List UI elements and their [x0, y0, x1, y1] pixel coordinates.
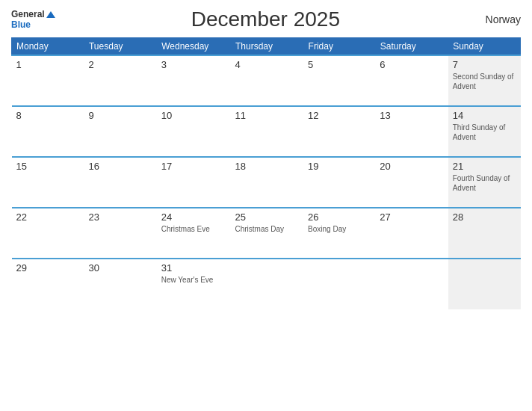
- day-number: 31: [161, 262, 226, 274]
- day-cell: 17: [157, 157, 231, 208]
- month-title: December 2025: [55, 7, 476, 31]
- header-friday: Friday: [303, 38, 375, 56]
- day-event: Boxing Day: [308, 224, 371, 234]
- week-row-1: 1234567Second Sunday of Advent: [12, 55, 521, 106]
- day-cell: 1: [12, 55, 84, 106]
- day-number: 3: [161, 59, 226, 70]
- day-number: 10: [161, 110, 226, 121]
- day-number: 21: [453, 161, 516, 172]
- day-cell: 30: [84, 259, 156, 309]
- week-row-3: 15161718192021Fourth Sunday of Advent: [12, 157, 521, 208]
- day-cell: 25Christmas Day: [230, 208, 303, 259]
- country-label: Norway: [476, 13, 521, 25]
- day-number: 23: [88, 211, 152, 223]
- day-number: 7: [453, 59, 516, 70]
- day-number: 5: [308, 59, 371, 70]
- day-event: Third Sunday of Advent: [453, 123, 516, 142]
- day-cell: 23: [84, 208, 156, 259]
- header-saturday: Saturday: [375, 38, 448, 56]
- day-cell: 6: [375, 55, 448, 106]
- calendar-page: General Blue December 2025 Norway Monday…: [0, 0, 532, 411]
- day-cell: [375, 259, 448, 309]
- day-cell: [230, 259, 303, 309]
- day-cell: 27: [375, 208, 448, 259]
- day-number: 27: [380, 211, 443, 223]
- day-number: 15: [16, 161, 80, 172]
- day-number: 29: [16, 262, 80, 274]
- day-number: 20: [380, 161, 443, 172]
- day-number: 19: [308, 161, 371, 172]
- header-sunday: Sunday: [448, 38, 521, 56]
- day-event: New Year's Eve: [161, 275, 226, 285]
- day-cell: 28: [448, 208, 521, 259]
- day-cell: [448, 259, 521, 309]
- day-event: Second Sunday of Advent: [453, 72, 516, 91]
- header-wednesday: Wednesday: [157, 38, 231, 56]
- day-number: 17: [161, 161, 226, 172]
- day-cell: 16: [84, 157, 156, 208]
- day-cell: 11: [230, 106, 303, 157]
- day-cell: 7Second Sunday of Advent: [448, 55, 521, 106]
- day-cell: 14Third Sunday of Advent: [448, 106, 521, 157]
- day-number: 24: [161, 211, 226, 223]
- header-monday: Monday: [12, 38, 84, 56]
- day-cell: 24Christmas Eve: [157, 208, 231, 259]
- day-cell: 8: [12, 106, 84, 157]
- day-number: 4: [235, 59, 299, 70]
- day-cell: 3: [157, 55, 231, 106]
- day-cell: 21Fourth Sunday of Advent: [448, 157, 521, 208]
- header: General Blue December 2025 Norway: [11, 7, 521, 31]
- day-cell: 9: [84, 106, 156, 157]
- day-number: 18: [235, 161, 299, 172]
- day-event: Christmas Day: [235, 224, 299, 234]
- day-number: 13: [380, 110, 443, 121]
- day-number: 11: [235, 110, 299, 121]
- day-cell: 5: [303, 55, 375, 106]
- day-cell: 18: [230, 157, 303, 208]
- day-number: 8: [16, 110, 80, 121]
- day-cell: 22: [12, 208, 84, 259]
- week-row-2: 891011121314Third Sunday of Advent: [12, 106, 521, 157]
- day-cell: 13: [375, 106, 448, 157]
- day-number: 9: [88, 110, 152, 121]
- day-number: 22: [16, 211, 80, 223]
- day-number: 14: [453, 110, 516, 121]
- day-cell: 29: [12, 259, 84, 309]
- calendar-table: Monday Tuesday Wednesday Thursday Friday…: [11, 37, 521, 309]
- day-number: 2: [88, 59, 152, 70]
- day-cell: 12: [303, 106, 375, 157]
- logo-blue: Blue: [11, 19, 55, 30]
- day-number: 12: [308, 110, 371, 121]
- day-number: 6: [380, 59, 443, 70]
- day-number: 25: [235, 211, 299, 223]
- day-number: 16: [88, 161, 152, 172]
- logo: General Blue: [11, 9, 55, 31]
- day-cell: 20: [375, 157, 448, 208]
- week-row-5: 293031New Year's Eve: [12, 259, 521, 309]
- header-thursday: Thursday: [230, 38, 303, 56]
- day-event: Christmas Eve: [161, 224, 226, 234]
- day-number: 30: [88, 262, 152, 274]
- day-number: 28: [453, 211, 516, 223]
- header-tuesday: Tuesday: [84, 38, 156, 56]
- day-cell: 2: [84, 55, 156, 106]
- day-cell: 15: [12, 157, 84, 208]
- day-cell: 4: [230, 55, 303, 106]
- day-number: 1: [16, 59, 80, 70]
- day-event: Fourth Sunday of Advent: [453, 173, 516, 193]
- day-cell: 10: [157, 106, 231, 157]
- day-number: 26: [308, 211, 371, 223]
- day-cell: 19: [303, 157, 375, 208]
- day-cell: [303, 259, 375, 309]
- week-row-4: 222324Christmas Eve25Christmas Day26Boxi…: [12, 208, 521, 259]
- days-header-row: Monday Tuesday Wednesday Thursday Friday…: [12, 38, 521, 56]
- day-cell: 31New Year's Eve: [157, 259, 231, 309]
- day-cell: 26Boxing Day: [303, 208, 375, 259]
- logo-general: General: [11, 9, 55, 19]
